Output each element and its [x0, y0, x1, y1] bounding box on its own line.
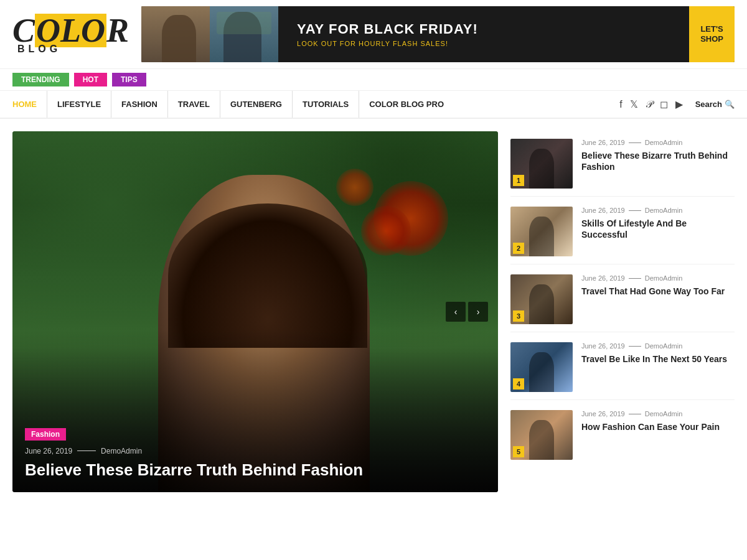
- facebook-icon[interactable]: f: [619, 99, 622, 110]
- nav-pro[interactable]: COLOR BLOG PRO: [359, 91, 454, 118]
- nav-fashion[interactable]: FASHION: [111, 91, 168, 118]
- sidebar-info-5: June 26, 2019 DemoAdmin How Fashion Can …: [581, 410, 735, 432]
- sidebar-info-2: June 26, 2019 DemoAdmin Skills Of Lifest…: [581, 207, 735, 240]
- hero-meta: June 26, 2019 DemoAdmin: [25, 447, 486, 455]
- nav-tutorials[interactable]: TUTORIALS: [293, 91, 359, 118]
- sidebar-author-2: DemoAdmin: [645, 207, 683, 214]
- sidebar-num-3: 3: [513, 310, 524, 322]
- banner-sub: LOOK OUT FOR HOURLY FLASH SALES!: [297, 40, 670, 47]
- tag-trending[interactable]: TRENDING: [12, 73, 69, 86]
- hero-author: DemoAdmin: [101, 447, 142, 455]
- sidebar-thumb-2: 2: [510, 207, 573, 256]
- sidebar-date-5: June 26, 2019: [581, 410, 625, 418]
- thumb-figure-5: [529, 420, 554, 460]
- sidebar-thumb-3: 3: [510, 274, 573, 324]
- sidebar-title-3[interactable]: Travel That Had Gone Way Too Far: [581, 286, 735, 297]
- sidebar-date-3: June 26, 2019: [581, 274, 625, 282]
- sidebar-thumb-4: 4: [510, 342, 573, 392]
- thumb-figure-3: [529, 284, 554, 324]
- sidebar-title-4[interactable]: Travel Be Like In The Next 50 Years: [581, 353, 735, 365]
- sidebar-meta-line-5: [629, 414, 641, 414]
- hero-nav: ‹ ›: [446, 302, 488, 322]
- sidebar-info-1: June 26, 2019 DemoAdmin Believe These Bi…: [581, 139, 735, 172]
- sidebar-author-1: DemoAdmin: [645, 139, 683, 146]
- sidebar-date-4: June 26, 2019: [581, 342, 625, 350]
- nav-lifestyle[interactable]: LIFESTYLE: [47, 91, 111, 118]
- banner-text: YAY FOR BLACK FRIDAY! LOOK OUT FOR HOURL…: [278, 6, 689, 62]
- search-label: Search: [695, 100, 722, 109]
- sidebar-author-5: DemoAdmin: [645, 410, 683, 418]
- thumb-figure-4: [529, 352, 554, 392]
- sidebar-meta-line-3: [629, 278, 641, 279]
- sidebar-num-4: 4: [513, 378, 524, 390]
- header: C OLO R BLOG YAY FOR BLACK FRIDAY! LOOK …: [0, 0, 747, 69]
- hero-title[interactable]: Believe These Bizarre Truth Behind Fashi…: [25, 460, 486, 480]
- sidebar-title-1[interactable]: Believe These Bizarre Truth Behind Fashi…: [581, 150, 735, 172]
- thumb-figure-2: [529, 217, 554, 256]
- nav-links: HOME LIFESTYLE FASHION TRAVEL GUTENBERG …: [12, 91, 619, 118]
- sidebar-num-1: 1: [513, 175, 524, 186]
- ad-banner[interactable]: YAY FOR BLACK FRIDAY! LOOK OUT FOR HOURL…: [141, 6, 735, 62]
- sidebar-thumb-5: 5: [510, 410, 573, 460]
- sidebar-info-3: June 26, 2019 DemoAdmin Travel That Had …: [581, 274, 735, 297]
- youtube-icon[interactable]: ▶: [675, 98, 683, 110]
- sidebar-num-2: 2: [513, 243, 524, 254]
- hero-date: June 26, 2019: [25, 447, 72, 455]
- sidebar-title-5[interactable]: How Fashion Can Ease Your Pain: [581, 421, 735, 432]
- hero-slider: ‹ › Fashion June 26, 2019 DemoAdmin Beli…: [12, 131, 498, 492]
- sidebar-meta-2: June 26, 2019 DemoAdmin: [581, 207, 735, 214]
- twitter-icon[interactable]: 𝕏: [630, 98, 638, 110]
- sidebar: 1 June 26, 2019 DemoAdmin Believe These …: [510, 131, 735, 492]
- sidebar-meta-line-2: [629, 210, 641, 211]
- sidebar-meta-4: June 26, 2019 DemoAdmin: [581, 342, 735, 350]
- sidebar-thumb-1: 1: [510, 139, 573, 189]
- hero-prev-button[interactable]: ‹: [446, 302, 466, 322]
- tags-bar: TRENDING HOT TIpS: [0, 69, 747, 91]
- sidebar-meta-1: June 26, 2019 DemoAdmin: [581, 139, 735, 146]
- sidebar-item-2[interactable]: 2 June 26, 2019 DemoAdmin Skills Of Life…: [510, 199, 735, 264]
- tag-hot[interactable]: HOT: [74, 73, 107, 86]
- thumb-figure-1: [529, 149, 554, 189]
- instagram-icon[interactable]: ◻: [660, 98, 668, 110]
- sidebar-meta-line-4: [629, 346, 641, 347]
- sidebar-title-2[interactable]: Skills Of Lifestyle And Be Successful: [581, 218, 735, 240]
- search-button[interactable]: Search 🔍: [695, 100, 735, 109]
- sidebar-info-4: June 26, 2019 DemoAdmin Travel Be Like I…: [581, 342, 735, 365]
- sidebar-author-4: DemoAdmin: [645, 342, 683, 350]
- nav-gutenberg[interactable]: GUTENBERG: [220, 91, 293, 118]
- sidebar-item-5[interactable]: 5 June 26, 2019 DemoAdmin How Fashion Ca…: [510, 403, 735, 467]
- hero-meta-divider: [77, 450, 96, 451]
- sidebar-item-1[interactable]: 1 June 26, 2019 DemoAdmin Believe These …: [510, 131, 735, 197]
- search-icon: 🔍: [725, 100, 735, 109]
- sidebar-num-5: 5: [513, 446, 524, 457]
- sidebar-date-2: June 26, 2019: [581, 207, 625, 214]
- hero-category-badge[interactable]: Fashion: [25, 428, 66, 441]
- sidebar-meta-3: June 26, 2019 DemoAdmin: [581, 274, 735, 282]
- sidebar-author-3: DemoAdmin: [645, 274, 683, 282]
- nav-travel[interactable]: TRAVEL: [168, 91, 220, 118]
- sidebar-item-4[interactable]: 4 June 26, 2019 DemoAdmin Travel Be Like…: [510, 335, 735, 400]
- tag-tips[interactable]: TIpS: [112, 73, 146, 86]
- pinterest-icon[interactable]: 𝒫: [646, 99, 652, 110]
- sidebar-date-1: June 26, 2019: [581, 139, 625, 146]
- main-content: ‹ › Fashion June 26, 2019 DemoAdmin Beli…: [0, 119, 747, 505]
- sidebar-item-3[interactable]: 3 June 26, 2019 DemoAdmin Travel That Ha…: [510, 267, 735, 332]
- hero-next-button[interactable]: ›: [468, 302, 488, 322]
- logo[interactable]: C OLO R BLOG: [12, 14, 129, 55]
- nav-social: f 𝕏 𝒫 ◻ ▶: [619, 98, 682, 110]
- banner-headline: YAY FOR BLACK FRIDAY!: [297, 21, 670, 37]
- banner-cta-button[interactable]: LET'SSHOP: [689, 6, 735, 62]
- nav: HOME LIFESTYLE FASHION TRAVEL GUTENBERG …: [0, 91, 747, 119]
- hero-content: Fashion June 26, 2019 DemoAdmin Believe …: [12, 416, 498, 492]
- nav-home[interactable]: HOME: [12, 91, 47, 118]
- sidebar-meta-5: June 26, 2019 DemoAdmin: [581, 410, 735, 418]
- sidebar-meta-line-1: [629, 142, 641, 143]
- banner-image: [141, 6, 278, 62]
